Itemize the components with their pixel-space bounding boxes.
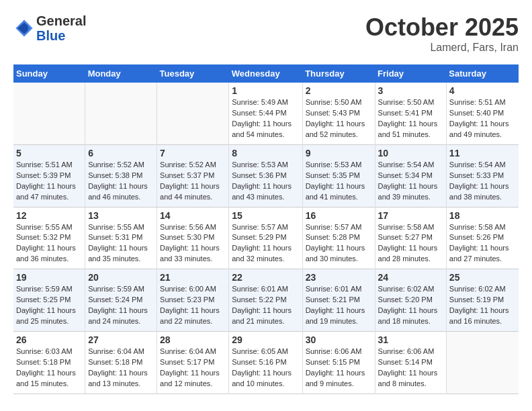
cell-info-line: Daylight: 11 hours (378, 306, 443, 316)
cell-info-line: and 30 minutes. (306, 254, 372, 265)
cell-info-line: Sunrise: 5:55 AM (88, 222, 154, 233)
cell-info-line: Sunset: 5:37 PM (160, 171, 226, 181)
logo-icon (15, 19, 34, 38)
cell-info-line: Sunrise: 6:01 AM (232, 284, 299, 295)
cell-info-line: Sunrise: 6:03 AM (16, 347, 82, 357)
day-number: 2 (306, 85, 372, 96)
cell-info-line: Daylight: 11 hours (232, 119, 299, 130)
cell-info-line: Sunrise: 5:53 AM (232, 160, 299, 171)
cell-info-line: and 16 minutes. (449, 316, 516, 327)
cell-info-line: Sunrise: 5:52 AM (88, 160, 154, 171)
cell-info-line: Sunset: 5:14 PM (378, 357, 443, 368)
cell-info-line: Sunrise: 5:50 AM (378, 97, 443, 108)
cell-info-line: Sunset: 5:33 PM (449, 171, 516, 181)
cell-info-line: and 10 minutes. (232, 379, 299, 390)
cell-info-line: Daylight: 11 hours (16, 181, 82, 192)
cell-info-line: Sunrise: 5:54 AM (378, 160, 443, 171)
cell-info-line: Daylight: 11 hours (449, 306, 516, 316)
day-number: 1 (232, 85, 299, 96)
cell-info-line: Sunrise: 5:51 AM (449, 97, 516, 108)
cell-info-line: and 46 minutes. (88, 192, 154, 203)
calendar-cell: 13Sunrise: 5:55 AMSunset: 5:31 PMDayligh… (85, 207, 157, 269)
calendar-cell: 17Sunrise: 5:58 AMSunset: 5:27 PMDayligh… (375, 207, 446, 269)
day-number: 12 (16, 210, 82, 221)
cell-info-line: Daylight: 11 hours (449, 243, 516, 254)
calendar-week-row: 26Sunrise: 6:03 AMSunset: 5:18 PMDayligh… (13, 332, 519, 394)
day-number: 16 (306, 210, 372, 221)
cell-info-line: Daylight: 11 hours (306, 243, 372, 254)
cell-info-line: Sunrise: 5:49 AM (232, 97, 299, 108)
cell-info-line: Sunset: 5:36 PM (232, 171, 299, 181)
cell-info-line: Sunrise: 6:00 AM (160, 284, 226, 295)
cell-info-line: Daylight: 11 hours (378, 243, 443, 254)
calendar-cell: 31Sunrise: 6:06 AMSunset: 5:14 PMDayligh… (375, 332, 446, 394)
cell-info-line: Sunset: 5:39 PM (16, 171, 82, 181)
title-block: October 2025 Lamerd, Fars, Iran (365, 13, 519, 54)
cell-info-line: Sunset: 5:21 PM (306, 295, 372, 306)
day-number: 28 (160, 334, 226, 345)
cell-info-line: Sunrise: 6:06 AM (378, 347, 443, 357)
day-number: 27 (88, 334, 154, 345)
cell-info-line: Sunrise: 6:02 AM (378, 284, 443, 295)
cell-info-line: and 21 minutes. (232, 316, 299, 327)
calendar-cell: 5Sunrise: 5:51 AMSunset: 5:39 PMDaylight… (13, 144, 85, 207)
calendar-cell: 9Sunrise: 5:53 AMSunset: 5:35 PMDaylight… (302, 144, 375, 207)
cell-info-line: and 13 minutes. (88, 379, 154, 390)
cell-info-line: Daylight: 11 hours (306, 368, 372, 379)
calendar-cell: 19Sunrise: 5:59 AMSunset: 5:25 PMDayligh… (13, 269, 85, 332)
cell-info-line: Sunrise: 5:52 AM (160, 160, 226, 171)
day-number: 25 (449, 272, 516, 283)
cell-info-line: Daylight: 11 hours (378, 181, 443, 192)
weekday-header: Thursday (302, 64, 375, 83)
cell-info-line: and 18 minutes. (378, 316, 443, 327)
calendar-week-row: 12Sunrise: 5:55 AMSunset: 5:32 PMDayligh… (13, 207, 519, 269)
cell-info-line: Sunrise: 5:57 AM (232, 222, 299, 233)
cell-info-line: Sunrise: 5:58 AM (449, 222, 516, 233)
day-number: 26 (16, 334, 82, 345)
weekday-header: Sunday (13, 64, 85, 83)
cell-info-line: and 27 minutes. (449, 254, 516, 265)
calendar-cell: 8Sunrise: 5:53 AMSunset: 5:36 PMDaylight… (229, 144, 302, 207)
weekday-header: Saturday (446, 64, 519, 83)
calendar-cell: 27Sunrise: 6:04 AMSunset: 5:18 PMDayligh… (85, 332, 157, 394)
calendar-cell: 30Sunrise: 6:06 AMSunset: 5:15 PMDayligh… (302, 332, 375, 394)
cell-info-line: Sunset: 5:44 PM (232, 108, 299, 119)
calendar-cell: 2Sunrise: 5:50 AMSunset: 5:43 PMDaylight… (302, 83, 375, 144)
cell-info-line: Daylight: 11 hours (232, 368, 299, 379)
cell-info-line: and 54 minutes. (232, 130, 299, 140)
cell-info-line: and 9 minutes. (306, 379, 372, 390)
calendar-cell: 16Sunrise: 5:57 AMSunset: 5:28 PMDayligh… (302, 207, 375, 269)
cell-info-line: and 33 minutes. (160, 254, 226, 265)
cell-info-line: Daylight: 11 hours (306, 119, 372, 130)
cell-info-line: Sunrise: 5:55 AM (16, 222, 82, 233)
cell-info-line: and 24 minutes. (88, 316, 154, 327)
weekday-header: Tuesday (157, 64, 229, 83)
cell-info-line: and 39 minutes. (378, 192, 443, 203)
day-number: 9 (306, 148, 372, 158)
cell-info-line: Daylight: 11 hours (232, 181, 299, 192)
cell-info-line: Daylight: 11 hours (306, 306, 372, 316)
calendar-cell (446, 332, 519, 394)
calendar-cell: 20Sunrise: 5:59 AMSunset: 5:24 PMDayligh… (85, 269, 157, 332)
cell-info-line: Daylight: 11 hours (378, 119, 443, 130)
day-number: 10 (378, 148, 443, 158)
logo-text: General Blue (36, 13, 86, 43)
cell-info-line: and 19 minutes. (306, 316, 372, 327)
cell-info-line: Sunset: 5:28 PM (306, 232, 372, 243)
weekday-header: Wednesday (229, 64, 302, 83)
calendar-cell: 26Sunrise: 6:03 AMSunset: 5:18 PMDayligh… (13, 332, 85, 394)
cell-info-line: Sunset: 5:18 PM (88, 357, 154, 368)
calendar-cell (85, 83, 157, 144)
cell-info-line: Sunset: 5:15 PM (306, 357, 372, 368)
calendar-cell: 11Sunrise: 5:54 AMSunset: 5:33 PMDayligh… (446, 144, 519, 207)
calendar-cell: 6Sunrise: 5:52 AMSunset: 5:38 PMDaylight… (85, 144, 157, 207)
cell-info-line: Sunrise: 5:56 AM (160, 222, 226, 233)
cell-info-line: and 52 minutes. (306, 130, 372, 140)
cell-info-line: Daylight: 11 hours (449, 119, 516, 130)
cell-info-line: and 8 minutes. (378, 379, 443, 390)
day-number: 11 (449, 148, 516, 158)
cell-info-line: Sunset: 5:25 PM (16, 295, 82, 306)
day-number: 15 (232, 210, 299, 221)
day-number: 20 (88, 272, 154, 283)
cell-info-line: and 12 minutes. (160, 379, 226, 390)
